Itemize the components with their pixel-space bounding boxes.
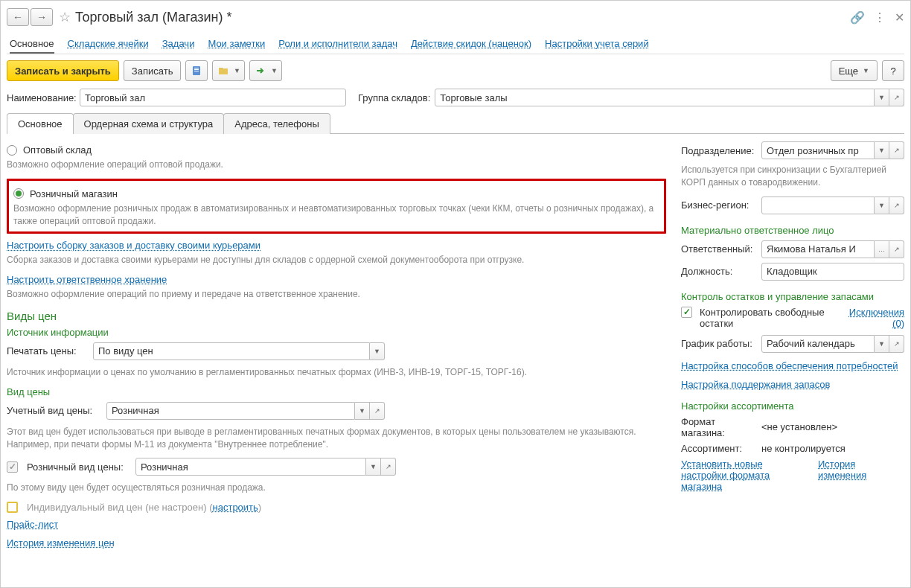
top-tab-series[interactable]: Настройки учета серий	[545, 35, 649, 54]
retail-price-dropdown-button[interactable]: ▼	[366, 458, 381, 476]
save-and-close-button[interactable]: Записать и закрыть	[7, 60, 119, 81]
accounting-price-hint: Этот вид цен будет использоваться при вы…	[7, 426, 666, 451]
sub-tab-order-scheme[interactable]: Ордерная схема и структура	[73, 113, 225, 134]
top-tab-discounts[interactable]: Действие скидок (наценок)	[411, 35, 531, 54]
retail-price-checkbox	[7, 461, 18, 473]
individual-price-configure-link[interactable]: настроить	[213, 502, 258, 513]
top-tab-cells[interactable]: Складские ячейки	[68, 35, 149, 54]
assortment-label: Ассортимент:	[681, 443, 757, 454]
price-type-title: Вид цены	[7, 386, 666, 397]
region-input[interactable]	[761, 196, 875, 214]
wholesale-radio[interactable]	[7, 145, 17, 156]
retail-highlight: Розничный магазин Возможно оформление ро…	[7, 179, 666, 234]
schedule-open-button[interactable]: ↗	[889, 335, 904, 353]
stock-control-label: Контролировать свободные остатки	[700, 307, 840, 329]
responsible-open-button[interactable]: ↗	[889, 240, 904, 258]
link-button[interactable]: ▼	[249, 60, 282, 81]
kebab-menu-icon[interactable]: ⋮	[874, 10, 886, 25]
group-input[interactable]: Торговые залы	[435, 89, 875, 106]
accounting-price-dropdown-button[interactable]: ▼	[355, 402, 370, 420]
division-input[interactable]: Отдел розничных пр	[761, 141, 875, 159]
stock-control-checkbox[interactable]	[681, 307, 692, 318]
group-label: Группа складов:	[358, 92, 430, 103]
top-tab-tasks[interactable]: Задачи	[162, 35, 195, 54]
link-storage-settings[interactable]: Настроить ответственное хранение	[7, 274, 167, 285]
assortment-title: Настройки ассортимента	[681, 400, 904, 412]
close-icon[interactable]: ✕	[895, 10, 904, 25]
new-format-link[interactable]: Установить новые настройки формата магаз…	[681, 458, 800, 492]
price-list-link[interactable]: Прайс-лист	[7, 519, 58, 530]
position-label: Должность:	[681, 266, 757, 277]
accounting-price-open-button[interactable]: ↗	[370, 402, 385, 420]
retail-price-open-button[interactable]: ↗	[381, 458, 396, 476]
top-tab-notes[interactable]: Мои заметки	[208, 35, 265, 54]
history-link[interactable]: История изменения	[818, 458, 904, 492]
individual-price-label: Индивидуальный вид цен (не настроен) (на…	[27, 502, 261, 513]
stock-title: Контроль остатков и управление запасами	[681, 291, 904, 302]
delivery-hint: Сборка заказов и доставка своими курьера…	[7, 254, 666, 266]
accounting-price-label: Учетный вид цены:	[7, 405, 102, 416]
retail-price-label: Розничный вид цены:	[27, 461, 131, 473]
format-value: <не установлен>	[761, 421, 837, 432]
report-button[interactable]	[185, 60, 208, 81]
svg-rect-3	[194, 71, 199, 71]
link-icon[interactable]: 🔗	[850, 10, 865, 25]
group-open-button[interactable]: ↗	[889, 89, 904, 106]
price-history-link[interactable]: История изменения цен	[7, 537, 115, 549]
region-label: Бизнес-регион:	[681, 199, 757, 211]
name-input[interactable]: Торговый зал	[80, 89, 346, 106]
attach-button[interactable]: ▼	[212, 60, 245, 81]
supply-settings-link[interactable]: Настройка способов обеспечения потребнос…	[681, 360, 898, 371]
wholesale-hint: Возможно оформление операций оптовой про…	[7, 159, 666, 171]
print-prices-hint: Источник информации о ценах по умолчанию…	[7, 366, 666, 379]
link-delivery-settings[interactable]: Настроить сборку заказов и доставку свои…	[7, 240, 260, 251]
division-open-button[interactable]: ↗	[889, 141, 904, 159]
help-button[interactable]: ?	[882, 60, 904, 81]
schedule-label: График работы:	[681, 338, 757, 349]
retail-radio[interactable]	[13, 188, 24, 199]
print-prices-label: Печатать цены:	[7, 345, 89, 357]
print-prices-select[interactable]: По виду цен	[93, 342, 370, 360]
schedule-dropdown-button[interactable]: ▼	[875, 335, 889, 353]
responsible-input[interactable]: Якимова Наталья И	[761, 240, 875, 258]
division-dropdown-button[interactable]: ▼	[875, 141, 889, 159]
position-input[interactable]: Кладовщик	[761, 263, 904, 281]
nav-forward-button[interactable]: →	[31, 8, 53, 26]
division-hint: Используется при синхронизации с Бухгалт…	[681, 164, 904, 189]
favorite-star-icon[interactable]: ☆	[59, 9, 71, 25]
nav-back-button[interactable]: ←	[7, 8, 29, 26]
svg-rect-1	[194, 68, 199, 68]
info-source-title: Источник информации	[7, 327, 666, 338]
group-dropdown-button[interactable]: ▼	[875, 89, 889, 106]
responsible-title: Материально ответственное лицо	[681, 225, 904, 236]
format-label: Формат магазина:	[681, 416, 757, 438]
more-button[interactable]: Еще▼	[831, 60, 878, 81]
accounting-price-input[interactable]: Розничная	[106, 402, 355, 420]
retail-price-hint: По этому виду цен будет осуществляться р…	[7, 482, 666, 494]
stock-settings-link[interactable]: Настройка поддержания запасов	[681, 379, 830, 390]
storage-hint: Возможно оформление операций по приему и…	[7, 288, 666, 301]
responsible-more-button[interactable]: …	[875, 240, 889, 258]
region-dropdown-button[interactable]: ▼	[875, 196, 889, 214]
retail-price-input[interactable]: Розничная	[135, 458, 366, 476]
prices-section-title: Виды цен	[7, 310, 666, 322]
division-label: Подразделение:	[681, 145, 757, 156]
schedule-input[interactable]: Рабочий календарь	[761, 335, 875, 353]
save-button[interactable]: Записать	[124, 60, 182, 81]
folder-icon	[217, 65, 229, 77]
print-prices-dropdown-button[interactable]: ▼	[370, 342, 385, 360]
sub-tab-addresses[interactable]: Адреса, телефоны	[223, 113, 330, 134]
top-tab-roles[interactable]: Роли и исполнители задач	[278, 35, 397, 54]
assortment-value: не контролируется	[761, 443, 846, 454]
retail-hint: Возможно оформление розничных продаж в а…	[13, 202, 659, 228]
stock-exceptions-link[interactable]: Исключения (0)	[845, 307, 904, 329]
wholesale-label: Оптовый склад	[23, 144, 92, 156]
top-tab-main[interactable]: Основное	[10, 35, 54, 54]
name-label: Наименование:	[7, 92, 75, 103]
sub-tab-main[interactable]: Основное	[7, 113, 74, 134]
region-open-button[interactable]: ↗	[889, 196, 904, 214]
window-title: Торговый зал (Магазин) *	[75, 10, 850, 25]
document-icon	[191, 65, 202, 77]
individual-price-checkbox[interactable]	[7, 502, 18, 513]
svg-rect-2	[194, 69, 199, 70]
